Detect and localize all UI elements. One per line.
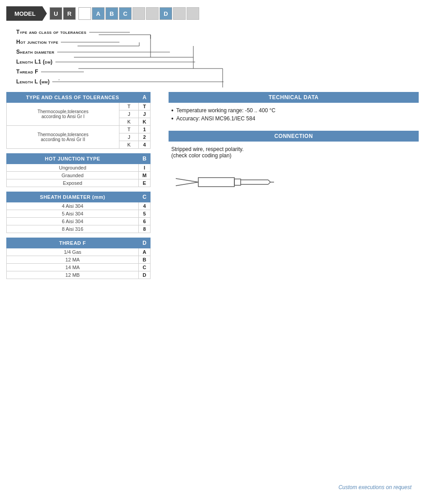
param-type-label: Type and class of tolerances (16, 29, 87, 35)
thread-12ma-label: 12 MA (7, 256, 139, 264)
code-empty3 (173, 7, 186, 20)
param-length-l1-label: Length L1 (dm) (16, 59, 53, 65)
thread-code-header: D (139, 238, 151, 248)
table-row: 14 MA C (7, 264, 151, 271)
code-D: D (160, 7, 172, 20)
connection-header: CONNECTION (169, 131, 419, 142)
thread-14ma-code: C (139, 264, 151, 271)
param-thread: Thread F (16, 69, 419, 75)
code-K-gr1: K (139, 118, 151, 126)
main-content: TYPE AND CLASS OF TOLERANCES A Thermocou… (6, 92, 419, 284)
param-hot-label: Hot junction type (16, 39, 58, 45)
code-empty1 (133, 7, 145, 20)
table-row: 1/4 Gas A (7, 248, 151, 256)
sheath-6-code: 6 (139, 218, 151, 225)
thread-14gas-label: 1/4 Gas (7, 248, 139, 256)
thread-12mb-code: D (139, 271, 151, 279)
type-J-gr1: J (119, 110, 139, 118)
connection-line2: (check color coding plan) (171, 152, 231, 159)
table-row: 4 Aisi 304 4 (7, 202, 151, 210)
exposed-code: E (139, 179, 151, 187)
svg-line-18 (268, 182, 270, 184)
code-J-gr1: J (139, 110, 151, 118)
sheath-table: SHEATH DIAMETER (mm) C 4 Aisi 304 4 5 Ai… (6, 192, 151, 233)
sheath-8-code: 8 (139, 225, 151, 233)
code-R: R (63, 7, 76, 20)
param-thread-label: Thread F (16, 69, 38, 75)
sheath-8-label: 8 Aisi 316 (7, 225, 139, 233)
param-sheath-label: Sheath diameter (16, 49, 55, 55)
table-row: 12 MB D (7, 271, 151, 279)
param-length-l-label: Length L (mm) (16, 78, 50, 85)
technical-data-section: TECHNICAL DATA Temperature working range… (169, 92, 419, 122)
model-header: MODEL U R A B C D (6, 6, 419, 21)
table-row: 12 MA B (7, 256, 151, 264)
model-label: MODEL (6, 6, 47, 21)
param-hot: Hot junction type (16, 39, 419, 45)
code-C: C (119, 7, 132, 20)
ungrounded-code: I (139, 164, 151, 172)
table-row: Exposed E (7, 179, 151, 187)
table-row: 6 Aisi 304 6 (7, 218, 151, 225)
param-type: Type and class of tolerances (16, 29, 419, 35)
sheath-6-label: 6 Aisi 304 (7, 218, 139, 225)
thread-table: THREAD F D 1/4 Gas A 12 MA B 14 MA C (6, 238, 151, 279)
sheath-4-label: 4 Aisi 304 (7, 202, 139, 210)
connector-diagram (169, 164, 419, 202)
params-diagram: Type and class of tolerances Hot junctio… (6, 29, 419, 85)
connection-line1: Stripped wire, respect polarity. (171, 146, 244, 152)
sheath-header: SHEATH DIAMETER (mm) (7, 192, 139, 202)
code-B: B (105, 7, 118, 20)
hot-junction-code-header: B (139, 154, 151, 164)
grounded-code: M (139, 172, 151, 179)
hot-junction-header: HOT JUNCTION TYPE (7, 154, 139, 164)
tech-bullet-2: Accuracy: ANSI MC96.1/IEC 584 (171, 115, 416, 122)
thread-header: THREAD F (7, 238, 139, 248)
code-empty2 (146, 7, 159, 20)
table-row: 8 Aisi 316 8 (7, 225, 151, 233)
type-T-gr2: T (119, 126, 139, 133)
thread-12ma-code: B (139, 256, 151, 264)
thread-14ma-label: 14 MA (7, 264, 139, 271)
tech-bullet-1: Temperature working range: -50 .. 400 °C (171, 107, 416, 114)
exposed-label: Exposed (7, 179, 139, 187)
type-T-gr1: T (119, 103, 139, 110)
code-A: A (92, 7, 105, 20)
svg-line-17 (268, 180, 270, 182)
table-row: 5 Aisi 304 5 (7, 210, 151, 218)
code-J-gr2: 2 (139, 133, 151, 141)
tolerances-header: TYPE AND CLASS OF TOLERANCES (7, 92, 139, 103)
tolerances-code-header: A (139, 92, 151, 103)
svg-rect-13 (198, 178, 234, 187)
code-U: U (50, 7, 62, 20)
technical-data-list: Temperature working range: -50 .. 400 °C… (169, 107, 419, 122)
sheath-5-code: 5 (139, 210, 151, 218)
table-row: Ungrounded I (7, 164, 151, 172)
tolerance-gr1-label: Thermocouple,tolerancesaccording to Ansi… (7, 103, 119, 126)
footer-note: Custom executions on request (338, 484, 411, 490)
sheath-code-header: C (139, 192, 151, 202)
thread-12mb-label: 12 MB (7, 271, 139, 279)
connection-section: CONNECTION Stripped wire, respect polari… (169, 131, 419, 202)
table-row: Thermocouple,tolerancesaccording to Ansi… (7, 103, 151, 110)
ungrounded-label: Ungrounded (7, 164, 139, 172)
type-J-gr2: J (119, 133, 139, 141)
param-length-l1: Length L1 (dm) (16, 59, 419, 65)
param-length-l: Length L (mm) (16, 78, 419, 85)
tolerances-table: TYPE AND CLASS OF TOLERANCES A Thermocou… (6, 92, 151, 149)
sheath-5-label: 5 Aisi 304 (7, 210, 139, 218)
table-row: Thermocouple,tolerancesaccording to Ansi… (7, 126, 151, 133)
technical-data-header: TECHNICAL DATA (169, 92, 419, 103)
connection-text: Stripped wire, respect polarity. (check … (169, 146, 419, 159)
grounded-label: Graunded (7, 172, 139, 179)
left-panel: TYPE AND CLASS OF TOLERANCES A Thermocou… (6, 92, 151, 284)
svg-rect-14 (234, 179, 241, 185)
code-gap (78, 7, 91, 20)
tolerance-gr2-label: Thermocouple,tolerancesaccording to Ansi… (7, 126, 119, 149)
type-K-gr2: K (119, 141, 139, 149)
svg-line-11 (176, 179, 198, 182)
right-panel: TECHNICAL DATA Temperature working range… (160, 92, 419, 284)
sheath-4-code: 4 (139, 202, 151, 210)
param-sheath: Sheath diameter (16, 49, 419, 55)
table-row: Graunded M (7, 172, 151, 179)
